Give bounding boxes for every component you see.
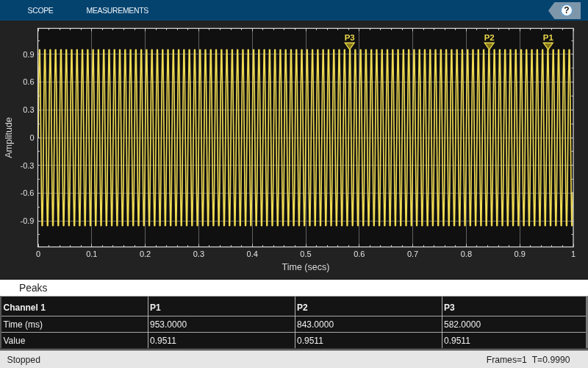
svg-text:0.3: 0.3 [23,105,34,114]
svg-text:0.4: 0.4 [247,250,258,258]
svg-text:-0.3: -0.3 [21,161,35,170]
svg-text:0.5: 0.5 [300,250,311,258]
svg-text:0.7: 0.7 [407,250,418,258]
svg-text:1: 1 [571,250,576,258]
svg-text:Amplitude: Amplitude [4,117,14,158]
svg-text:0.8: 0.8 [461,250,472,258]
svg-text:0.1: 0.1 [86,250,97,258]
svg-text:0: 0 [29,133,34,142]
svg-text:P1: P1 [543,33,554,42]
svg-text:P2: P2 [484,33,495,42]
svg-text:0.3: 0.3 [193,250,204,258]
svg-text:0.9: 0.9 [23,50,34,59]
svg-text:-0.6: -0.6 [21,188,35,197]
svg-text:0.9: 0.9 [514,250,526,258]
svg-text:0.2: 0.2 [140,250,151,258]
svg-text:0.6: 0.6 [23,77,34,86]
svg-text:Time (secs): Time (secs) [282,262,330,272]
svg-text:0.6: 0.6 [354,250,365,258]
svg-text:0: 0 [36,250,40,258]
svg-text:-0.9: -0.9 [21,216,35,225]
svg-text:P3: P3 [345,33,355,42]
